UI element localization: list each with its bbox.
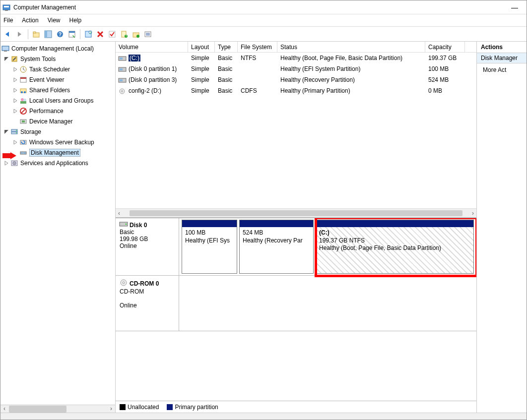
svg-rect-57 [21, 152, 23, 154]
menu-help[interactable]: Help [69, 17, 82, 24]
expand-icon[interactable] [12, 108, 18, 114]
partition-recovery[interactable]: 524 MB Healthy (Recovery Par [239, 220, 314, 274]
menu-view[interactable]: View [48, 17, 61, 24]
tree-node-disk-management[interactable]: Disk Management [0, 147, 115, 158]
volume-row[interactable]: (Disk 0 partition 1)SimpleBasicHealthy (… [116, 63, 476, 74]
volume-hscrollbar[interactable]: ‹› [116, 208, 476, 217]
minimize-button[interactable]: — [505, 3, 525, 11]
svg-marker-43 [14, 109, 17, 113]
help-button[interactable]: ? [55, 29, 66, 40]
tree-node-storage[interactable]: Storage [0, 126, 115, 137]
properties-button[interactable] [66, 29, 77, 40]
new-button[interactable]: ↑ [119, 29, 130, 40]
tree-node-device-manager[interactable]: Device Manager [0, 116, 115, 126]
svg-marker-28 [4, 57, 8, 61]
svg-marker-60 [5, 161, 8, 165]
volume-icon [119, 88, 127, 94]
forward-button[interactable] [14, 29, 25, 40]
volume-fs: NTFS [238, 55, 277, 61]
volume-list: Volume Layout Type File System Status Ca… [116, 42, 476, 218]
menu-action[interactable]: Action [22, 17, 38, 24]
tree-node-task-scheduler[interactable]: Task Scheduler [0, 64, 115, 74]
device-icon [19, 118, 27, 125]
clock-icon [19, 65, 27, 73]
menu-file[interactable]: File [3, 17, 13, 24]
svg-rect-12 [69, 31, 75, 33]
actions-header: Actions [477, 42, 527, 53]
volume-header-filesystem[interactable]: File System [238, 42, 277, 52]
volume-header-volume[interactable]: Volume [116, 42, 188, 52]
volume-status: Healthy (Recovery Partition) [277, 76, 425, 83]
up-button[interactable] [31, 29, 42, 40]
volume-type: Basic [215, 55, 238, 61]
volume-type: Basic [215, 76, 238, 83]
volume-icon [119, 66, 127, 72]
check-button[interactable] [107, 29, 118, 40]
partition-c[interactable]: (C:) 199.37 GB NTFS Healthy (Boot, Page … [316, 220, 474, 274]
svg-rect-6 [33, 32, 36, 33]
storage-icon [10, 128, 18, 136]
svg-line-45 [21, 109, 26, 114]
computer-icon [1, 45, 9, 53]
svg-point-38 [24, 91, 26, 93]
volume-header-status[interactable]: Status [277, 42, 425, 52]
svg-rect-65 [120, 58, 123, 60]
svg-rect-42 [20, 101, 26, 104]
status-bar [0, 413, 527, 420]
expand-icon[interactable] [12, 87, 18, 93]
actions-more[interactable]: More Act [477, 63, 527, 76]
disk-row-0: Disk 0 Basic 199.98 GB Online 100 MB Hea… [116, 218, 476, 276]
volume-header-type[interactable]: Type [215, 42, 238, 52]
tree-node-system-tools[interactable]: System Tools [0, 54, 115, 64]
expand-icon[interactable] [3, 160, 9, 166]
partition-efi[interactable]: 100 MB Healthy (EFI Sys [182, 220, 237, 274]
tree-node-performance[interactable]: Performance [0, 106, 115, 116]
svg-point-52 [16, 132, 17, 133]
new-folder-button[interactable] [131, 29, 141, 40]
tree-hscrollbar[interactable]: ‹› [0, 405, 115, 413]
tree-node-wsb[interactable]: Windows Server Backup [0, 137, 115, 147]
volume-icon [119, 56, 127, 61]
actions-panel: Actions Disk Manager More Act [477, 42, 527, 413]
volume-header-layout[interactable]: Layout [188, 42, 215, 52]
volume-fs: CDFS [238, 87, 277, 94]
tools-icon [10, 55, 18, 63]
backup-icon [19, 138, 27, 146]
svg-marker-53 [14, 140, 17, 144]
back-button[interactable] [2, 29, 13, 40]
volume-name: config-2 (D:) [129, 87, 161, 94]
volume-layout: Simple [188, 55, 215, 61]
expand-icon[interactable] [12, 66, 18, 72]
tree-node-root[interactable]: Computer Management (Local) [0, 43, 115, 54]
nav-tree[interactable]: Computer Management (Local) System Tools… [0, 42, 115, 405]
expand-icon[interactable] [3, 56, 9, 62]
tree-node-event-viewer[interactable]: Event Viewer [0, 74, 115, 85]
volume-row[interactable]: (Disk 0 partition 3)SimpleBasicHealthy (… [116, 74, 476, 85]
svg-point-51 [16, 130, 17, 131]
show-hide-tree-button[interactable] [43, 29, 54, 40]
refresh-button[interactable] [83, 29, 94, 40]
volume-header-capacity[interactable]: Capacity [425, 42, 465, 52]
disk-graphical-area: Disk 0 Basic 199.98 GB Online 100 MB Hea… [116, 218, 476, 413]
toolbar: ? ↑ [0, 27, 527, 42]
delete-button[interactable] [95, 29, 106, 40]
cdrom-info[interactable]: CD-ROM 0 CD-ROM Online [116, 276, 179, 331]
expand-icon[interactable] [12, 139, 18, 145]
list-button[interactable] [142, 29, 153, 40]
tree-node-local-users[interactable]: Local Users and Groups [0, 95, 115, 106]
legend-primary: Primary partition [167, 404, 218, 411]
volume-row[interactable]: config-2 (D:)SimpleBasicCDFSHealthy (Pri… [116, 85, 476, 96]
disk-0-info[interactable]: Disk 0 Basic 199.98 GB Online [116, 218, 179, 275]
svg-rect-67 [120, 68, 123, 70]
volume-row[interactable]: (C:)SimpleBasicNTFSHealthy (Boot, Page F… [116, 53, 476, 63]
volume-header-row: Volume Layout Type File System Status Ca… [116, 42, 476, 53]
volume-capacity: 199.37 GB [425, 55, 465, 61]
svg-point-21 [136, 35, 139, 38]
actions-category[interactable]: Disk Manager [477, 53, 527, 63]
tree-node-shared-folders[interactable]: Shared Folders [0, 85, 115, 95]
expand-icon[interactable] [12, 98, 18, 104]
expand-icon[interactable] [3, 129, 9, 135]
expand-icon[interactable] [12, 77, 18, 83]
users-icon [19, 97, 27, 105]
tree-node-services[interactable]: Services and Applications [0, 158, 115, 168]
